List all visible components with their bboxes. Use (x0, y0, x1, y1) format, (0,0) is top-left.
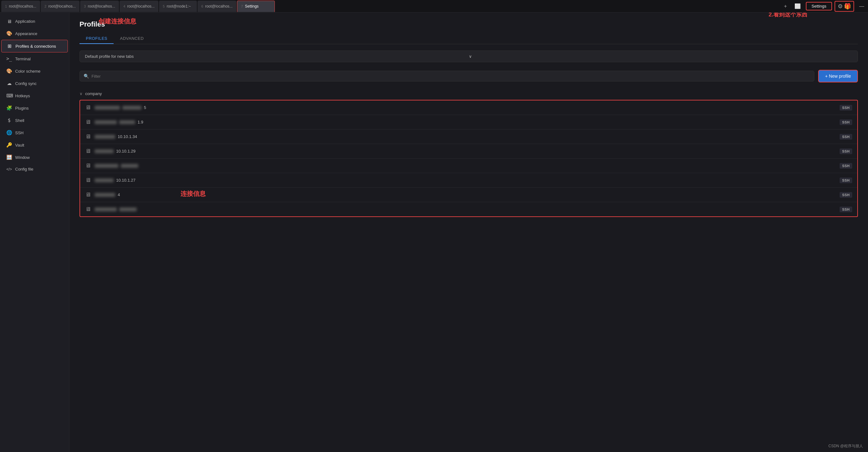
profile-item-4[interactable]: 🖥 10.10.1.29 SSH (80, 144, 857, 159)
profile-item-3[interactable]: 🖥 10.10.1.34 SSH (80, 130, 857, 144)
tab-advanced[interactable]: ADVANCED (114, 33, 150, 44)
tab-5[interactable]: 5 root@node1:~ (159, 1, 197, 12)
default-profile-label: Default profile for new tabs (85, 54, 469, 59)
profile-name-5 (95, 164, 836, 168)
sidebar-item-window[interactable]: 🪟 Window (1, 151, 68, 163)
sidebar-item-colorscheme-label: Color scheme (15, 69, 40, 74)
gear-button[interactable]: ⚙ 🎁 (835, 1, 854, 12)
sidebar-item-hotkeys[interactable]: ⌨ Hotkeys (1, 90, 68, 102)
monitor-icon-3: 🖥 (85, 133, 91, 140)
sidebar-item-terminal[interactable]: >_ Terminal (1, 53, 68, 65)
sidebar-item-configsync-label: Config sync (15, 81, 37, 86)
profile-item-5[interactable]: 🖥 SSH (80, 159, 857, 173)
monitor-icon-2: 🖥 (85, 119, 91, 125)
profile-name-1: 5 (95, 105, 836, 110)
tab-2[interactable]: 2 root@localhos... (41, 1, 80, 12)
ssh-badge-6: SSH (840, 177, 852, 183)
tab-5-label: root@node1:~ (166, 4, 191, 8)
profile-blur-1a (95, 106, 120, 110)
sidebar-item-plugins[interactable]: 🧩 Plugins (1, 102, 68, 114)
cloud-icon: ☁ (6, 81, 12, 86)
sidebar-item-appearance[interactable]: 🎨 Appearance (1, 27, 68, 39)
profile-blur-5b (121, 164, 138, 168)
sidebar: 🖥 Application 🎨 Appearance ⊞ Profiles & … (0, 12, 69, 452)
hotkeys-icon: ⌨ (6, 93, 12, 98)
profile-name-2: 1.9 (95, 120, 836, 124)
sidebar-item-vault[interactable]: 🔑 Vault (1, 139, 68, 151)
tab-3-label: root@localhos... (88, 4, 115, 8)
tab-4-label: root@localhos... (127, 4, 155, 8)
profile-item-1[interactable]: 🖥 5 SSH (80, 101, 857, 115)
default-profile-dropdown[interactable]: Default profile for new tabs ∨ (80, 51, 858, 62)
profile-item-7[interactable]: 🖥 4 SSH (80, 188, 857, 202)
tab-profiles[interactable]: PROFILES (80, 33, 114, 44)
appearance-icon: 🎨 (6, 31, 12, 36)
sidebar-item-vault-label: Vault (15, 143, 24, 147)
tab-7[interactable]: 7 Settings (237, 1, 275, 12)
sidebar-item-shell-label: Shell (15, 118, 24, 123)
tab-1-label: root@localhos... (9, 4, 36, 8)
tab-6-num: 6 (201, 4, 203, 8)
sidebar-item-configsync[interactable]: ☁ Config sync (1, 77, 68, 89)
ssh-badge-7: SSH (840, 192, 852, 198)
chevron-down-icon: ∨ (469, 54, 853, 59)
sidebar-item-configfile-label: Config file (15, 167, 33, 171)
sidebar-item-profiles[interactable]: ⊞ Profiles & connections (1, 40, 68, 52)
filter-input[interactable] (92, 74, 810, 79)
tab-5-num: 5 (163, 4, 165, 8)
add-tab-button[interactable]: + (781, 2, 789, 10)
tab-3-num: 3 (84, 4, 86, 8)
profile-addr-4: 10.10.1.29 (116, 149, 135, 153)
profile-blur-8a (95, 207, 117, 211)
new-window-button[interactable]: ⬜ (792, 2, 803, 10)
tab-4[interactable]: 4 root@localhos... (120, 1, 158, 12)
group-chevron-icon: ∨ (80, 91, 83, 96)
tab-actions: + ⬜ Settings ⚙ 🎁 — (781, 1, 867, 12)
tab-7-label: Settings (245, 4, 258, 8)
configfile-icon: </> (6, 167, 12, 171)
profile-name-4: 10.10.1.29 (95, 149, 836, 153)
profile-blur-2b (119, 120, 135, 124)
group-header[interactable]: ∨ company (80, 89, 858, 98)
profile-item-6[interactable]: 🖥 10.10.1.27 SSH (80, 173, 857, 188)
sidebar-item-ssh-label: SSH (15, 131, 24, 135)
shell-icon: $ (6, 117, 12, 123)
group-name: company (85, 91, 102, 96)
sidebar-item-window-label: Window (15, 155, 30, 160)
tab-6[interactable]: 6 root@localhos... (197, 1, 236, 12)
ssh-badge-8: SSH (840, 206, 852, 212)
profile-item-2[interactable]: 🖥 1.9 SSH (80, 115, 857, 130)
profile-addr-6: 10.10.1.27 (116, 178, 135, 182)
profile-item-8[interactable]: 🖥 SSH (80, 202, 857, 216)
profile-list: 🖥 5 SSH 🖥 1.9 SSH (80, 100, 858, 217)
sidebar-item-colorscheme[interactable]: 🎨 Color scheme (1, 65, 68, 77)
profile-name-3: 10.10.1.34 (95, 134, 836, 139)
tab-2-label: root@localhos... (48, 4, 76, 8)
minimize-button[interactable]: — (857, 2, 867, 10)
monitor-icon-1: 🖥 (85, 104, 91, 111)
tab-3[interactable]: 3 root@localhos... (80, 1, 119, 12)
watermark: CSDN @程序与朋人 (828, 444, 863, 449)
sidebar-item-ssh[interactable]: 🌐 SSH (1, 126, 68, 139)
profile-blur-8b (119, 207, 136, 211)
tab-1[interactable]: 1 root@localhos... (1, 1, 40, 12)
settings-tab-button[interactable]: Settings (806, 2, 832, 10)
sidebar-item-shell[interactable]: $ Shell (1, 114, 68, 126)
gear-icon: ⚙ (838, 3, 843, 10)
profile-blur-5a (95, 164, 118, 168)
tab-bar: 1 root@localhos... 2 root@localhos... 3 … (0, 0, 868, 12)
sidebar-item-hotkeys-label: Hotkeys (15, 93, 30, 98)
sidebar-item-configfile[interactable]: </> Config file (1, 164, 68, 175)
monitor-icon-5: 🖥 (85, 162, 91, 169)
new-profile-button[interactable]: + New profile (818, 70, 858, 82)
window-icon: 🪟 (6, 154, 12, 160)
sidebar-item-terminal-label: Terminal (15, 57, 31, 61)
sidebar-item-application[interactable]: 🖥 Application (1, 16, 68, 27)
content-tabs: PROFILES ADVANCED (80, 33, 858, 44)
profiles-icon: ⊞ (7, 43, 12, 49)
ssh-badge-4: SSH (840, 148, 852, 154)
profile-blur-2a (95, 120, 117, 124)
profile-suffix-7: 4 (118, 192, 120, 197)
search-icon: 🔍 (84, 74, 89, 79)
monitor-icon: 🖥 (6, 19, 12, 24)
